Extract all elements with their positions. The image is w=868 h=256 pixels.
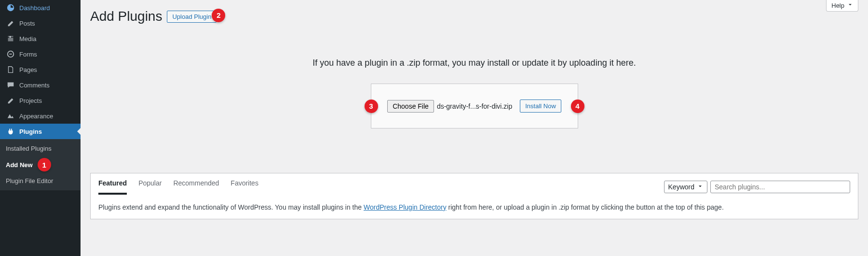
tab-favorites[interactable]: Favorites [231,179,258,195]
submenu-item-add-new[interactable]: Add New 1 [0,155,81,174]
tab-featured[interactable]: Featured [98,179,127,195]
submenu-item-label: Plugin File Editor [6,177,53,185]
tab-popular[interactable]: Popular [138,179,162,195]
main-content: Help Add Plugins Upload Plugin 2 If you … [81,0,868,256]
submenu-item-plugin-file-editor[interactable]: Plugin File Editor [0,174,81,187]
chevron-down-icon [847,2,853,9]
dashboard-icon [6,3,15,12]
tutorial-badge-4: 4 [571,100,584,113]
upload-description: If you have a plugin in a .zip format, y… [90,58,858,68]
upload-plugin-button[interactable]: Upload Plugin [167,11,217,23]
submenu-item-label: Add New [6,161,33,169]
sidebar-item-comments[interactable]: Comments [0,77,81,93]
chevron-down-icon [697,183,703,191]
sidebar-item-plugins[interactable]: Plugins [0,124,81,139]
sidebar-item-projects[interactable]: Projects [0,93,81,108]
media-icon [6,34,15,43]
sidebar-item-label: Appearance [19,113,53,120]
admin-sidebar: Dashboard Posts Media Forms Pages [0,0,81,256]
desc-text-after: right from here, or upload a plugin in .… [447,203,724,211]
help-button[interactable]: Help [826,0,858,12]
wordpress-plugin-directory-link[interactable]: WordPress Plugin Directory [364,203,447,211]
sidebar-item-forms[interactable]: Forms [0,46,81,62]
upload-form: 3 Choose File ds-gravity-f...s-for-divi.… [371,84,578,128]
plugins-submenu: Installed Plugins Add New 1 Plugin File … [0,139,81,190]
sidebar-item-label: Dashboard [19,4,50,12]
sidebar-item-label: Pages [19,66,37,73]
search-type-label: Keyword [668,183,694,191]
help-label: Help [831,2,844,9]
plugins-icon [6,127,15,136]
sidebar-item-label: Comments [19,82,50,89]
appearance-icon [6,112,15,120]
plugin-list-panel: Featured Popular Recommended Favorites K… [90,173,858,219]
sidebar-item-posts[interactable]: Posts [0,15,81,31]
tutorial-badge-1: 1 [38,158,51,171]
selected-filename: ds-gravity-f...s-for-divi.zip [437,102,512,110]
sidebar-item-pages[interactable]: Pages [0,62,81,77]
sidebar-item-appearance[interactable]: Appearance [0,108,81,124]
plugin-search-input[interactable] [710,181,850,193]
page-title: Add Plugins [90,9,162,24]
comments-icon [6,81,15,89]
sidebar-item-label: Forms [19,51,37,58]
posts-icon [6,19,15,28]
sidebar-item-dashboard[interactable]: Dashboard [0,0,81,15]
forms-icon [6,50,15,58]
search-type-select[interactable]: Keyword [664,181,707,193]
install-now-button[interactable]: Install Now [520,100,561,113]
submenu-item-label: Installed Plugins [6,145,52,152]
projects-icon [6,96,15,105]
pages-icon [6,65,15,74]
desc-text-before: Plugins extend and expand the functional… [98,203,364,211]
sidebar-item-label: Projects [19,97,42,104]
sidebar-item-label: Posts [19,20,35,27]
tutorial-badge-2: 2 [212,9,225,22]
sidebar-item-label: Plugins [19,128,42,135]
tutorial-badge-3: 3 [365,100,378,113]
submenu-item-installed-plugins[interactable]: Installed Plugins [0,142,81,155]
plugin-tabs: Featured Popular Recommended Favorites [98,179,258,195]
plugin-desc-text: Plugins extend and expand the functional… [98,203,850,211]
tab-recommended[interactable]: Recommended [173,179,219,195]
sidebar-item-media[interactable]: Media [0,31,81,46]
choose-file-button[interactable]: Choose File [387,100,434,113]
upload-area: If you have a plugin in a .zip format, y… [90,58,858,128]
sidebar-item-label: Media [19,35,36,43]
